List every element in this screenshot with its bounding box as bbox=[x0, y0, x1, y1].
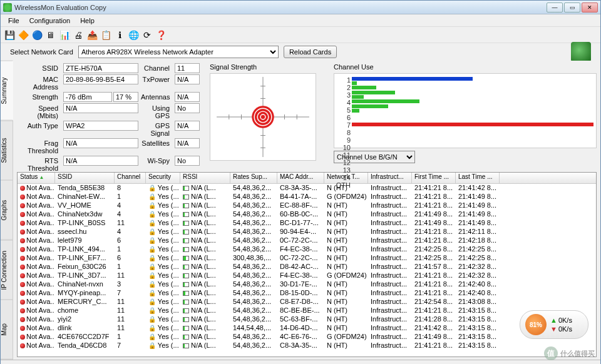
wispy-label: Wi-Spy bbox=[141, 156, 172, 172]
menu-configuration[interactable]: Configuration bbox=[24, 16, 75, 26]
menubar: File Configuration Help bbox=[1, 14, 600, 27]
arrow-down-icon: ▼ bbox=[550, 325, 557, 333]
ssid-label: SSID bbox=[17, 63, 61, 73]
ap-grid: Status ▲SSIDChannelSecurityRSSIRates Sup… bbox=[17, 172, 597, 357]
table-row[interactable]: Not Ava...ChinaNet-nvxn3🔒 Yes (...N/A (L… bbox=[18, 280, 596, 289]
table-row[interactable]: Not Ava...MERCURY_C...11🔒 Yes (...N/A (L… bbox=[18, 298, 596, 306]
toolbar: 💾 🔶 🔵 🖥 📊 🖨 📤 📋 ℹ 🌐 ⟳ ❓ bbox=[1, 27, 600, 43]
app-icon bbox=[3, 3, 12, 12]
channel-chart: 1234567891011121314OTH bbox=[334, 73, 597, 148]
signal-panel: Signal Strength bbox=[210, 63, 329, 169]
gps-value: No bbox=[175, 103, 200, 113]
export-icon[interactable]: 📤 bbox=[86, 29, 98, 41]
titlebar: WirelessMon Evaluation Copy — ▭ ✕ bbox=[1, 1, 600, 14]
print-icon[interactable]: 🖨 bbox=[72, 29, 85, 41]
table-row[interactable]: Not Ava...Tenda_4D6CD87🔒 Yes (...N/A (L.… bbox=[18, 341, 596, 350]
table-row[interactable]: Not Ava...yiyi211🔒 Yes (...N/A (L...54,4… bbox=[18, 315, 596, 324]
table-row[interactable]: Not Ava...4CE676CC2D7F1🔒 Yes (...N/A (L.… bbox=[18, 333, 596, 341]
info-icon[interactable]: ℹ bbox=[113, 29, 126, 41]
maximize-button[interactable]: ▭ bbox=[564, 3, 580, 13]
clipboard-icon[interactable]: 📋 bbox=[100, 29, 112, 41]
save-icon[interactable]: 💾 bbox=[3, 29, 16, 41]
table-row[interactable]: Not Ava...ChinaNetx3dw4🔒 Yes (...N/A (L.… bbox=[18, 210, 596, 219]
column-header[interactable]: Infrastruct... bbox=[368, 173, 412, 183]
help-icon[interactable]: ❓ bbox=[155, 29, 167, 41]
table-row[interactable]: Not Ava...lelet9796🔒 Yes (...N/A (L...54… bbox=[18, 236, 596, 245]
wispy-value: No bbox=[175, 156, 200, 166]
table-row[interactable]: Not Ava...sseecl.hu4🔒 Yes (...N/A (L...5… bbox=[18, 228, 596, 236]
table-row[interactable]: Not Ava...Tenda_5B5E388🔒 Yes (...N/A (L.… bbox=[18, 184, 596, 193]
column-header[interactable]: Status ▲ bbox=[18, 173, 55, 183]
info-panel: SSID ZTE-H570A Channel 11 MAC Address 20… bbox=[17, 63, 205, 169]
grid-body[interactable]: Not Ava...Tenda_5B5E388🔒 Yes (...N/A (L.… bbox=[18, 184, 596, 356]
tab-statistics[interactable]: Statistics bbox=[1, 121, 13, 181]
minimize-button[interactable]: — bbox=[547, 3, 563, 13]
tab-ip-connection[interactable]: IP Connection bbox=[1, 240, 13, 300]
select-card-label: Select Network Card bbox=[10, 48, 73, 56]
table-row[interactable]: Not Ava...TP-LINK_B0SS11🔒 Yes (...N/A (L… bbox=[18, 219, 596, 228]
mac-value: 20-89-86-99-B5-E4 bbox=[63, 74, 138, 84]
tab-graphs[interactable]: Graphs bbox=[1, 180, 13, 240]
column-header[interactable]: Channel bbox=[115, 173, 146, 183]
table-row[interactable]: Not Ava...TP-LINK_EF7...6🔒 Yes (...N/A (… bbox=[18, 254, 596, 263]
gps-label: Using GPS bbox=[141, 103, 172, 119]
signal-radar bbox=[210, 73, 316, 161]
txpower-value: N/A bbox=[175, 74, 200, 84]
signal-title: Signal Strength bbox=[210, 63, 329, 71]
table-row[interactable]: Not Ava...MYQY-pineap...7🔒 Yes (...N/A (… bbox=[18, 289, 596, 298]
mac-label: MAC Address bbox=[17, 74, 61, 91]
watermark-text: 什么值得买 bbox=[560, 349, 595, 358]
column-header[interactable]: SSID bbox=[55, 173, 115, 183]
menu-file[interactable]: File bbox=[3, 16, 24, 26]
gauge-pct: 81% bbox=[525, 314, 547, 335]
auth-value: WPA2 bbox=[63, 121, 138, 131]
statusbar: 29 APs detected (28 secure - 1 unsecured… bbox=[1, 360, 600, 364]
reload-cards-button[interactable]: Reload Cards bbox=[284, 46, 337, 58]
app-logo-icon bbox=[571, 42, 591, 62]
globe-icon[interactable]: 🌐 bbox=[127, 29, 140, 41]
card-selector-row: Select Network Card Atheros AR928X Wirel… bbox=[1, 43, 600, 61]
tab-map[interactable]: Map bbox=[1, 300, 13, 360]
column-header[interactable]: Rates Sup... bbox=[230, 173, 277, 183]
menu-help[interactable]: Help bbox=[75, 16, 100, 26]
auth-label: Auth Type bbox=[17, 121, 61, 137]
frag-value: N/A bbox=[63, 138, 138, 148]
strength-label: Strength bbox=[17, 92, 61, 102]
channel-label: Channel bbox=[141, 63, 172, 73]
table-row[interactable]: Not Ava...Feixun_630C261🔒 Yes (...N/A (L… bbox=[18, 263, 596, 271]
txpower-label: TxPower bbox=[141, 74, 172, 91]
gauge-widget: 81% ▲0K/s ▼0K/s bbox=[520, 310, 588, 339]
refresh-icon[interactable]: ⟳ bbox=[141, 29, 153, 41]
column-header[interactable]: RSSI bbox=[180, 173, 230, 183]
svg-point-14 bbox=[252, 106, 274, 128]
close-button[interactable]: ✕ bbox=[582, 3, 598, 13]
table-row[interactable]: Not Ava...ChinaNet-EW...1🔒 Yes (...N/A (… bbox=[18, 193, 596, 201]
frag-label: Frag Threshold bbox=[17, 138, 61, 154]
speed-value: N/A bbox=[63, 103, 138, 113]
network-card-select[interactable]: Atheros AR928X Wireless Network Adapter bbox=[78, 46, 279, 58]
grid-header: Status ▲SSIDChannelSecurityRSSIRates Sup… bbox=[18, 173, 596, 184]
channel-title: Channel Use bbox=[334, 63, 597, 71]
column-header[interactable]: MAC Addr... bbox=[277, 173, 324, 183]
mode2-icon[interactable]: 🔵 bbox=[31, 29, 43, 41]
table-row[interactable]: Not Ava...TP-LINK_3D7...11🔒 Yes (...N/A … bbox=[18, 271, 596, 280]
table-row[interactable]: Not Ava...VV_HOME4🔒 Yes (...N/A (L...54,… bbox=[18, 201, 596, 210]
sats-value: N/A bbox=[175, 138, 200, 148]
column-header[interactable]: Security bbox=[146, 173, 180, 183]
monitor-icon[interactable]: 🖥 bbox=[44, 29, 57, 41]
table-row[interactable]: Not Ava...chome11🔒 Yes (...N/A (L...54,4… bbox=[18, 306, 596, 315]
table-row[interactable]: Not Ava...TP-LINK_494...1🔒 Yes (...N/A (… bbox=[18, 245, 596, 254]
chart-icon[interactable]: 📊 bbox=[58, 29, 71, 41]
watermark: 值 什么值得买 bbox=[544, 346, 595, 360]
window-title: WirelessMon Evaluation Copy bbox=[14, 4, 547, 11]
strength-pct: 17 % bbox=[113, 92, 138, 102]
table-row[interactable]: Not Ava...dlink11🔒 Yes (...N/A (L...144,… bbox=[18, 324, 596, 333]
rts-value: N/A bbox=[63, 156, 138, 166]
column-header[interactable]: First Time ... bbox=[412, 173, 456, 183]
antennas-value: N/A bbox=[175, 92, 200, 102]
channel-panel: Channel Use 1234567891011121314OTH Chann… bbox=[334, 63, 597, 169]
mode1-icon[interactable]: 🔶 bbox=[17, 29, 29, 41]
column-header[interactable]: Last Time ... bbox=[456, 173, 500, 183]
speed-label: Speed (Mbits) bbox=[17, 103, 61, 119]
tab-summary[interactable]: Summary bbox=[1, 61, 13, 121]
